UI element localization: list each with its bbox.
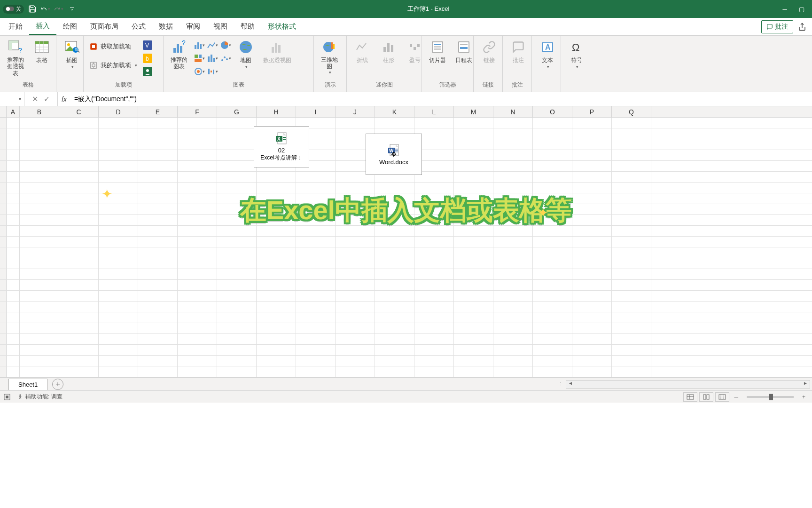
tab-home[interactable]: 开始: [2, 18, 29, 35]
scatter-chart-icon[interactable]: ▾: [220, 53, 231, 64]
name-box[interactable]: ▾: [0, 92, 24, 106]
add-sheet-button[interactable]: +: [52, 379, 63, 390]
omega-icon: Ω: [569, 40, 584, 55]
col-header-F[interactable]: F: [178, 106, 217, 117]
normal-view-button[interactable]: [683, 392, 697, 402]
waterfall-chart-icon[interactable]: ▾: [207, 66, 218, 77]
share-icon[interactable]: [798, 23, 806, 31]
col-header-G[interactable]: G: [217, 106, 257, 117]
tab-review[interactable]: 审阅: [180, 18, 207, 35]
column-chart-icon[interactable]: ▾: [194, 40, 205, 51]
excel-file-icon: X: [275, 132, 288, 145]
fx-icon[interactable]: fx: [58, 95, 70, 103]
tab-help[interactable]: 帮助: [234, 18, 261, 35]
redo-icon[interactable]: ▾: [54, 4, 63, 14]
tab-page-layout[interactable]: 页面布局: [84, 18, 125, 35]
sparkline-line-button[interactable]: 折线: [351, 38, 374, 66]
stat-chart-icon[interactable]: ▾: [207, 53, 218, 64]
slicer-button[interactable]: 切片器: [426, 38, 449, 66]
col-header-M[interactable]: M: [454, 106, 493, 117]
symbol-button[interactable]: Ω 符号 ▾: [565, 38, 588, 71]
record-macro-icon[interactable]: [4, 394, 10, 400]
tab-data[interactable]: 数据: [152, 18, 180, 35]
col-header-J[interactable]: J: [336, 106, 375, 117]
line-chart-icon[interactable]: ▾: [207, 40, 218, 51]
col-header-C[interactable]: C: [59, 106, 99, 117]
formula-input[interactable]: [70, 95, 812, 103]
embedded-word-object[interactable]: W Word.docx ✥: [366, 134, 422, 175]
col-header-B[interactable]: B: [20, 106, 59, 117]
col-header-I[interactable]: I: [296, 106, 336, 117]
3d-map-button[interactable]: 三维地 图 ▾: [318, 38, 341, 77]
sparkle-icon: ✦: [538, 205, 548, 221]
col-header-D[interactable]: D: [99, 106, 138, 117]
tab-formulas[interactable]: 公式: [125, 18, 152, 35]
tab-shape-format[interactable]: 形状格式: [261, 18, 303, 35]
sheet-tab-1[interactable]: Sheet1: [8, 379, 47, 390]
text-button[interactable]: A 文本 ▾: [536, 38, 559, 71]
col-header-Q[interactable]: Q: [612, 106, 651, 117]
pie-chart-icon[interactable]: ▾: [220, 40, 231, 51]
maps-button[interactable]: 地图 ▾: [234, 38, 258, 71]
col-header-L[interactable]: L: [414, 106, 454, 117]
qat-customize-icon[interactable]: [67, 4, 77, 14]
svg-rect-4: [9, 40, 18, 43]
sparkline-column-button[interactable]: 柱形: [377, 38, 400, 66]
people-addin-icon[interactable]: [142, 66, 153, 77]
page-layout-view-button[interactable]: [699, 392, 713, 402]
spreadsheet-grid[interactable]: X 02 Excel考点讲解： W Word.docx ✥: [0, 118, 812, 377]
select-all-corner[interactable]: [0, 106, 7, 117]
pivot-recommend-button[interactable]: ? 推荐的 据透视表: [4, 38, 27, 79]
my-addins-button[interactable]: 我的加载项 ▾: [87, 60, 139, 71]
svg-rect-56: [391, 45, 393, 52]
link-button[interactable]: 链接: [477, 38, 501, 66]
svg-rect-7: [35, 41, 48, 44]
col-header-O[interactable]: O: [533, 106, 572, 117]
table-button[interactable]: 表格: [30, 38, 54, 66]
hierarchy-chart-icon[interactable]: ▾: [194, 53, 205, 64]
col-header-P[interactable]: P: [572, 106, 612, 117]
pictures-button[interactable]: 🔍 插图 ▾: [60, 38, 84, 71]
svg-rect-74: [283, 137, 286, 138]
svg-text:V: V: [145, 42, 149, 49]
comment-button[interactable]: 批注: [507, 38, 530, 66]
col-header-A[interactable]: A: [7, 106, 20, 117]
save-icon[interactable]: [28, 4, 37, 14]
status-bar: 辅助功能: 调查 ─ +: [0, 390, 812, 403]
combo-chart-icon[interactable]: ▾: [194, 66, 205, 77]
recommend-charts-button[interactable]: ? 推荐的 图表: [167, 38, 191, 72]
auto-save-toggle[interactable]: 关: [3, 5, 24, 14]
maximize-icon[interactable]: ▢: [797, 4, 806, 14]
col-header-H[interactable]: H: [257, 106, 296, 117]
cancel-formula-icon[interactable]: ✕: [32, 95, 38, 103]
accessibility-icon[interactable]: [17, 394, 23, 400]
svg-rect-26: [177, 44, 179, 53]
ribbon: ? 推荐的 据透视表 表格 表格 🔍 插图 ▾: [0, 36, 812, 92]
zoom-slider[interactable]: [747, 396, 794, 398]
tab-draw[interactable]: 绘图: [56, 18, 84, 35]
accept-formula-icon[interactable]: ✓: [44, 95, 50, 103]
scroll-right-icon[interactable]: ►: [801, 381, 810, 388]
timeline-icon: [456, 40, 471, 55]
pivot-chart-button[interactable]: 数据透视图: [260, 38, 294, 66]
timeline-button[interactable]: 日程表: [452, 38, 476, 66]
visio-addin-icon[interactable]: V: [142, 40, 153, 51]
svg-rect-30: [197, 42, 199, 49]
minimize-icon[interactable]: ─: [780, 4, 789, 14]
embedded-obj1-line2: Excel考点讲解：: [260, 154, 302, 162]
tab-view[interactable]: 视图: [207, 18, 234, 35]
comments-button[interactable]: 批注: [761, 20, 793, 33]
col-header-N[interactable]: N: [493, 106, 533, 117]
embedded-excel-object[interactable]: X 02 Excel考点讲解：: [254, 126, 309, 167]
page-break-view-button[interactable]: [715, 392, 729, 402]
undo-icon[interactable]: ▾: [41, 4, 50, 14]
bing-addin-icon[interactable]: b: [142, 53, 153, 64]
col-header-E[interactable]: E: [138, 106, 178, 117]
svg-rect-25: [173, 48, 176, 53]
tab-insert[interactable]: 插入: [29, 18, 56, 35]
col-header-K[interactable]: K: [375, 106, 414, 117]
svg-rect-35: [195, 59, 202, 62]
horizontal-scrollbar[interactable]: ◄ ►: [566, 380, 810, 389]
get-addins-button[interactable]: 获取加载项: [87, 41, 139, 52]
scroll-left-icon[interactable]: ◄: [566, 381, 575, 388]
